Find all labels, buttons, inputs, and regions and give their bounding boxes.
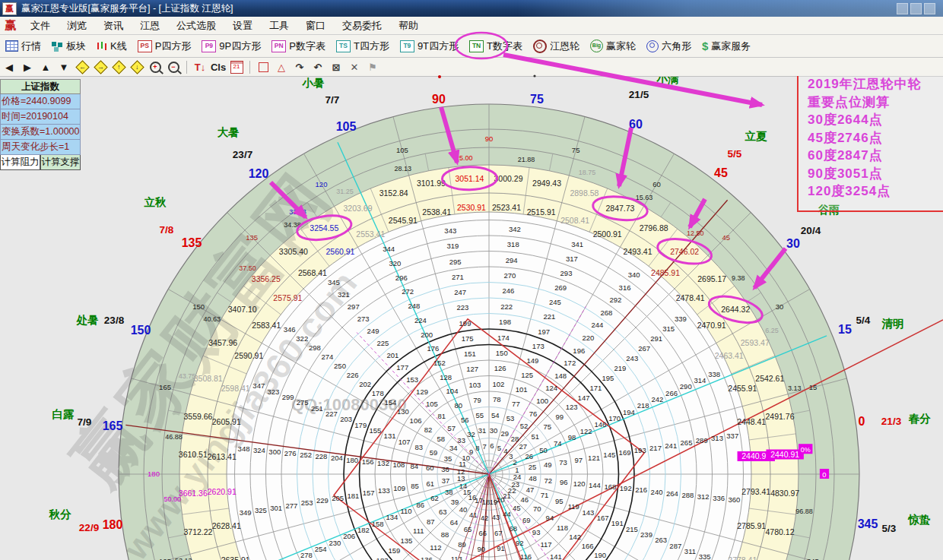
toolbar-button-板块[interactable]: 板块 [46, 37, 91, 55]
menu-item-9[interactable]: 帮助 [390, 17, 427, 34]
toolbar-button-T数字表[interactable]: TNT数字表 [464, 37, 528, 55]
svg-text:90: 90 [477, 545, 485, 553]
toolbar-button-9P四方形[interactable]: P99P四方形 [196, 37, 266, 55]
shift-left-icon[interactable]: ← [73, 59, 91, 74]
down-icon[interactable]: ▼ [55, 59, 73, 74]
svg-text:120: 120 [316, 180, 328, 188]
toolbar-button-行情[interactable]: 行情 [0, 37, 46, 55]
svg-text:72: 72 [545, 476, 553, 485]
svg-text:20/4: 20/4 [801, 225, 821, 236]
next-icon[interactable]: ▶ [18, 59, 37, 74]
flag-icon[interactable]: ⚑ [364, 59, 382, 74]
menu-item-3[interactable]: 江恩 [132, 17, 168, 34]
svg-text:3407.10: 3407.10 [228, 305, 257, 314]
toolbar-button-P四方形[interactable]: PSP四方形 [132, 37, 197, 55]
toolbar-button-9T四方形[interactable]: T99T四方形 [395, 37, 464, 55]
menu-item-7[interactable]: 窗口 [297, 17, 334, 34]
svg-text:313: 313 [711, 434, 723, 442]
svg-text:312: 312 [697, 492, 710, 501]
toolbar-label: T数字表 [487, 40, 522, 53]
box-x-icon[interactable]: ⊠ [327, 59, 345, 74]
menu-item-2[interactable]: 资讯 [95, 17, 132, 34]
svg-text:144: 144 [589, 481, 601, 489]
calc-support-button[interactable]: 计算支撑 [40, 155, 81, 170]
svg-text:28: 28 [511, 435, 519, 443]
menu-item-4[interactable]: 公式选股 [168, 17, 224, 34]
t-cursor-icon[interactable]: T↓ [191, 59, 209, 74]
svg-text:3661.36: 3661.36 [179, 489, 208, 498]
calc-resistance-button[interactable]: 计算阻力 [0, 155, 40, 170]
svg-text:267: 267 [638, 344, 650, 353]
svg-text:2478.41: 2478.41 [676, 293, 705, 302]
svg-text:290: 290 [680, 382, 692, 391]
candles-icon [97, 41, 107, 52]
toolbar-label: K线 [110, 40, 127, 53]
svg-text:3.13: 3.13 [788, 384, 802, 392]
anno-line: 120度3254点 [808, 182, 943, 201]
svg-text:85: 85 [411, 482, 419, 490]
resize-icon[interactable]: ✕ [345, 59, 364, 74]
svg-text:178: 178 [372, 389, 384, 397]
svg-text:49: 49 [544, 460, 552, 469]
svg-text:295: 295 [449, 258, 462, 266]
toolbar-button-六角形[interactable]: 六角形 [641, 37, 697, 55]
toolbar-button-T四方形[interactable]: TST四方形 [331, 37, 395, 55]
rotate-ccw-icon[interactable]: ↶ [309, 59, 327, 74]
svg-text:56: 56 [461, 416, 469, 424]
svg-text:23/8: 23/8 [104, 315, 125, 326]
menu-item-0[interactable]: 文件 [22, 17, 59, 34]
svg-text:300: 300 [268, 448, 281, 456]
menu-item-8[interactable]: 交易委托 [334, 17, 390, 34]
toolbar-label: P四方形 [155, 40, 192, 53]
toolbar-label: 六角形 [662, 40, 691, 53]
toolbar-button-P数字表[interactable]: PNP数字表 [266, 37, 331, 55]
svg-text:338: 338 [708, 370, 720, 378]
rotate-cw-icon[interactable]: ↷ [291, 59, 309, 74]
application-window: { "window": { "title": "赢家江恩专业版[赢家服务平台] … [0, 0, 943, 560]
menu-item-1[interactable]: 浏览 [59, 17, 95, 34]
menu-item-6[interactable]: 工具 [261, 17, 297, 34]
svg-text:143: 143 [583, 508, 595, 517]
shift-up-icon[interactable]: ↑ [110, 59, 128, 74]
zoom-out-icon[interactable]: − [164, 59, 183, 74]
anno-line: 60度2847点 [808, 147, 943, 165]
svg-text:322: 322 [296, 334, 308, 343]
menu-item-5[interactable]: 设置 [224, 17, 261, 34]
svg-text:2796.88: 2796.88 [640, 223, 668, 233]
zoom-in-icon[interactable]: + [146, 59, 164, 74]
svg-text:2575.91: 2575.91 [273, 293, 302, 302]
toolbar-button-江恩轮[interactable]: 江恩轮 [528, 37, 585, 55]
draw-square-icon[interactable] [254, 59, 272, 74]
svg-text:28.13: 28.13 [394, 165, 411, 172]
cls-button[interactable]: Cls [209, 59, 227, 74]
svg-text:29: 29 [500, 429, 509, 438]
svg-text:7/8: 7/8 [160, 224, 174, 236]
calendar-icon[interactable]: 21 [227, 59, 246, 74]
svg-text:125: 125 [521, 371, 533, 379]
toolbar-button-赢家服务[interactable]: $赢家服务 [697, 37, 756, 55]
svg-text:惊蛰: 惊蛰 [908, 514, 932, 526]
svg-text:275: 275 [297, 398, 309, 407]
svg-text:98: 98 [568, 433, 576, 441]
shift-down-icon[interactable]: ↓ [128, 59, 146, 74]
up-icon[interactable]: ▲ [37, 59, 55, 74]
toolbar-label: 行情 [21, 40, 41, 53]
svg-text:2493.41: 2493.41 [624, 247, 652, 256]
toolbar-button-赢家轮[interactable]: Big赢家轮 [585, 37, 641, 55]
svg-text:31.25: 31.25 [336, 188, 354, 195]
svg-text:81: 81 [438, 412, 446, 420]
svg-text:191: 191 [611, 519, 624, 527]
svg-text:229: 229 [316, 496, 329, 505]
svg-text:大暑: 大暑 [217, 126, 240, 138]
draw-triangle-icon[interactable]: △ [272, 59, 291, 74]
prev-icon[interactable]: ◀ [0, 59, 18, 74]
svg-text:130: 130 [397, 407, 409, 416]
svg-text:2598.41: 2598.41 [221, 384, 250, 393]
svg-text:2500.91: 2500.91 [593, 229, 622, 239]
toolbar-button-K线[interactable]: K线 [91, 37, 132, 55]
svg-text:33: 33 [457, 436, 465, 445]
svg-text:250: 250 [334, 362, 346, 370]
svg-text:15: 15 [809, 383, 818, 391]
shift-right-icon[interactable]: → [91, 59, 110, 74]
svg-text:273: 273 [357, 315, 370, 323]
